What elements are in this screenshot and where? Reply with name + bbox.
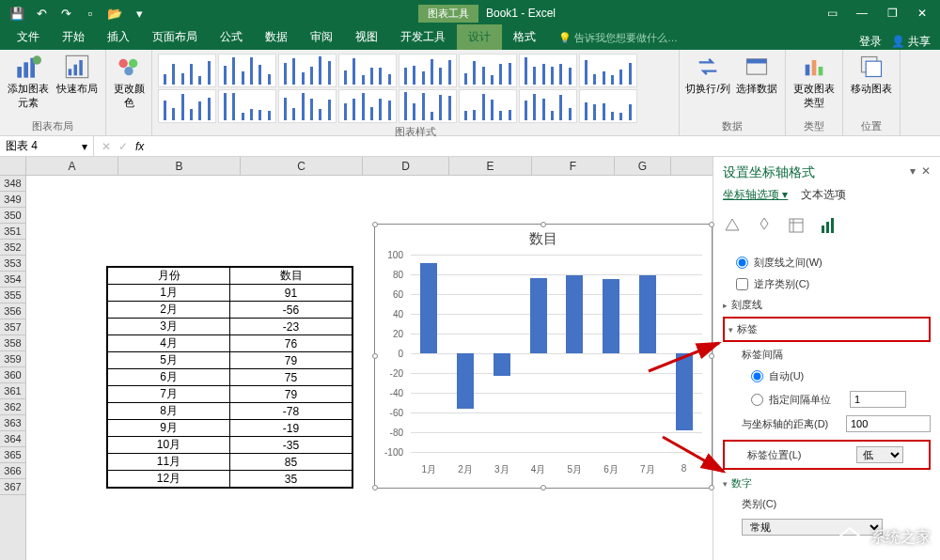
table-cell[interactable]: -19 — [230, 420, 352, 437]
radio-specify-interval[interactable] — [751, 394, 763, 406]
column-header[interactable]: B — [118, 157, 241, 175]
table-cell[interactable]: 85 — [230, 454, 352, 471]
tab-review[interactable]: 审阅 — [299, 24, 344, 50]
row-header[interactable]: 351 — [0, 224, 25, 240]
row-header[interactable]: 357 — [0, 319, 25, 335]
row-header[interactable]: 355 — [0, 288, 25, 303]
column-header[interactable]: C — [241, 157, 363, 175]
row-header[interactable]: 353 — [0, 256, 25, 272]
table-cell[interactable]: 10月 — [108, 437, 230, 454]
table-cell[interactable]: -35 — [230, 437, 352, 454]
pane-close-icon[interactable]: ✕ — [921, 164, 931, 181]
chart-style-thumb[interactable] — [218, 54, 276, 87]
plot-area[interactable] — [411, 255, 702, 452]
tell-me-search[interactable]: 💡 告诉我您想要做什么… — [547, 26, 689, 50]
label-position-select[interactable]: 低 — [856, 446, 903, 463]
y-axis[interactable]: 100806040200-20-40-60-80-100 — [375, 255, 407, 452]
row-header[interactable]: 349 — [0, 192, 25, 208]
chart-bar[interactable] — [676, 353, 693, 430]
row-header[interactable]: 366 — [0, 463, 25, 479]
table-cell[interactable]: 75 — [230, 369, 352, 386]
table-cell[interactable]: 11月 — [108, 454, 230, 471]
table-cell[interactable]: 4月 — [108, 335, 230, 352]
chart-bar[interactable] — [603, 279, 619, 353]
table-cell[interactable]: 76 — [230, 335, 352, 352]
chart-title[interactable]: 数目 — [375, 225, 712, 254]
chart-style-thumb[interactable] — [338, 89, 397, 123]
subtab-text-options[interactable]: 文本选项 — [801, 187, 846, 203]
table-cell[interactable]: 1月 — [108, 285, 230, 302]
table-cell[interactable]: -56 — [230, 302, 352, 319]
table-cell[interactable]: 9月 — [108, 420, 230, 437]
table-cell[interactable]: 8月 — [108, 403, 230, 420]
tab-home[interactable]: 开始 — [51, 24, 96, 50]
row-header[interactable]: 354 — [0, 272, 25, 288]
row-header[interactable]: 352 — [0, 240, 25, 256]
row-header[interactable]: 350 — [0, 208, 25, 224]
chart-style-thumb[interactable] — [519, 89, 577, 123]
name-box[interactable]: 图表 4▾ — [0, 136, 94, 156]
radio-between-ticks[interactable] — [736, 257, 748, 269]
row-header[interactable]: 359 — [0, 351, 25, 367]
selection-handle[interactable] — [540, 222, 546, 227]
chart-style-thumb[interactable] — [579, 89, 637, 123]
chart-style-thumb[interactable] — [338, 54, 397, 87]
undo-icon[interactable]: ↶ — [30, 2, 53, 24]
distance-from-axis-input[interactable] — [846, 415, 931, 432]
change-color-button[interactable]: 更改颜色 — [112, 54, 146, 110]
size-props-icon[interactable] — [787, 216, 806, 235]
table-cell[interactable]: 12月 — [108, 471, 230, 488]
chart-style-thumb[interactable] — [399, 54, 457, 87]
chart-object[interactable]: 数目 100806040200-20-40-60-80-100 1月2月3月4月… — [374, 224, 713, 489]
tab-file[interactable]: 文件 — [6, 24, 51, 50]
redo-icon[interactable]: ↷ — [55, 2, 77, 24]
row-header[interactable]: 364 — [0, 431, 25, 447]
switch-rowcol-button[interactable]: 切换行/列 — [685, 54, 730, 96]
chart-style-thumb[interactable] — [579, 54, 637, 87]
chart-style-thumb[interactable] — [278, 89, 337, 123]
section-labels[interactable]: 标签 — [728, 319, 925, 339]
table-cell[interactable]: 2月 — [108, 302, 230, 319]
minimize-icon[interactable]: — — [848, 2, 876, 24]
tab-formulas[interactable]: 公式 — [209, 24, 254, 50]
share-button[interactable]: 👤 共享 — [891, 34, 931, 50]
select-data-button[interactable]: 选择数据 — [734, 54, 779, 96]
close-icon[interactable]: ✕ — [908, 2, 936, 24]
table-header-cell[interactable]: 数目 — [230, 268, 352, 285]
chart-style-thumb[interactable] — [519, 54, 577, 87]
row-header[interactable]: 348 — [0, 176, 25, 192]
selection-handle[interactable] — [372, 353, 378, 359]
row-header[interactable]: 356 — [0, 303, 25, 319]
row-header[interactable]: 360 — [0, 367, 25, 383]
chart-bar[interactable] — [530, 278, 547, 353]
table-cell[interactable]: 79 — [230, 352, 352, 369]
table-cell[interactable]: 79 — [230, 386, 352, 403]
chart-style-thumb[interactable] — [158, 54, 216, 87]
column-header[interactable]: D — [363, 157, 449, 175]
tab-data[interactable]: 数据 — [254, 24, 299, 50]
table-cell[interactable]: 5月 — [108, 352, 230, 369]
signin-link[interactable]: 登录 — [859, 34, 882, 50]
column-header[interactable]: E — [449, 157, 532, 175]
pane-dropdown-icon[interactable]: ▾ — [910, 164, 916, 181]
new-icon[interactable]: ▫ — [79, 2, 102, 24]
tab-insert[interactable]: 插入 — [96, 24, 141, 50]
chart-bar[interactable] — [420, 263, 437, 353]
chart-style-thumb[interactable] — [459, 54, 517, 87]
tab-view[interactable]: 视图 — [344, 24, 389, 50]
table-cell[interactable]: -23 — [230, 319, 352, 335]
column-header[interactable]: G — [615, 157, 671, 175]
subtab-axis-options[interactable]: 坐标轴选项 ▾ — [723, 187, 788, 203]
selection-handle[interactable] — [372, 485, 378, 490]
chart-style-thumb[interactable] — [278, 54, 337, 87]
tab-design[interactable]: 设计 — [457, 24, 502, 50]
section-number[interactable]: 数字 — [723, 474, 931, 493]
checkbox-reverse-categories[interactable] — [736, 278, 748, 290]
tab-format[interactable]: 格式 — [502, 24, 547, 50]
add-chart-element-button[interactable]: 添加图表元素 — [6, 54, 51, 110]
row-header[interactable]: 361 — [0, 383, 25, 399]
selection-handle[interactable] — [540, 485, 546, 490]
ribbon-options-icon[interactable]: ▭ — [818, 2, 846, 24]
table-header-cell[interactable]: 月份 — [108, 268, 230, 285]
cancel-formula-icon[interactable]: ✕ — [102, 140, 111, 153]
